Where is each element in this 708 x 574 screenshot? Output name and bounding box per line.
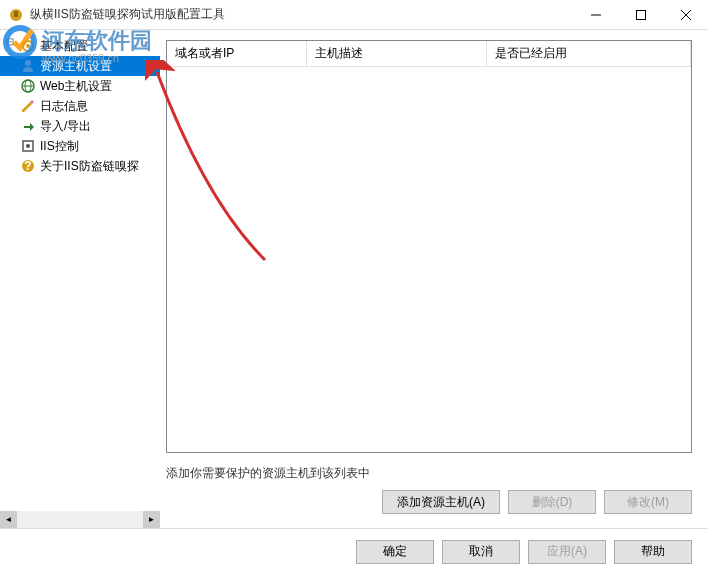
- host-table: 域名或者IP 主机描述 是否已经启用: [166, 40, 692, 453]
- help-button[interactable]: 帮助: [614, 540, 692, 564]
- sidebar-item-label: 导入/导出: [40, 118, 91, 135]
- minimize-button[interactable]: [573, 0, 618, 29]
- column-domain-ip[interactable]: 域名或者IP: [167, 41, 307, 66]
- add-host-button[interactable]: 添加资源主机(A): [382, 490, 500, 514]
- svg-point-13: [26, 144, 30, 148]
- sidebar-item-iis-control[interactable]: IIS控制: [0, 136, 160, 156]
- hint-text: 添加你需要保护的资源主机到该列表中: [166, 453, 692, 490]
- svg-point-7: [26, 44, 30, 48]
- tree-expand-icon[interactable]: ⊟: [6, 36, 14, 47]
- pencil-icon: [20, 98, 36, 114]
- sidebar-item-label: 资源主机设置: [40, 58, 112, 75]
- info-icon: ?: [20, 158, 36, 174]
- content-panel: 域名或者IP 主机描述 是否已经启用 添加你需要保护的资源主机到该列表中 添加资…: [160, 30, 708, 528]
- ok-button[interactable]: 确定: [356, 540, 434, 564]
- cancel-button[interactable]: 取消: [442, 540, 520, 564]
- window-title: 纵横IIS防盗链嗅探狗试用版配置工具: [30, 6, 573, 23]
- scroll-left-button[interactable]: ◄: [0, 511, 17, 528]
- column-host-desc[interactable]: 主机描述: [307, 41, 487, 66]
- svg-point-8: [25, 60, 31, 66]
- sidebar-item-about[interactable]: ? 关于IIS防盗链嗅探: [0, 156, 160, 176]
- sidebar-item-import-export[interactable]: 导入/导出: [0, 116, 160, 136]
- edit-button[interactable]: 修改(M): [604, 490, 692, 514]
- svg-rect-3: [636, 10, 645, 19]
- sidebar-horizontal-scrollbar[interactable]: ◄ ►: [0, 511, 160, 528]
- user-icon: [20, 58, 36, 74]
- sidebar: ⊟ 基本配置 资源主机设置 Web主机设置 日志信息 导入/导出 IIS控制 ?…: [0, 30, 160, 528]
- column-enabled[interactable]: 是否已经启用: [487, 41, 691, 66]
- sidebar-item-basic-config[interactable]: 基本配置: [0, 36, 160, 56]
- dialog-footer: 确定 取消 应用(A) 帮助: [0, 528, 708, 574]
- sidebar-item-label: Web主机设置: [40, 78, 112, 95]
- sidebar-item-label: IIS控制: [40, 138, 79, 155]
- sidebar-item-resource-host[interactable]: 资源主机设置: [0, 56, 160, 76]
- scroll-track[interactable]: [17, 511, 143, 528]
- sidebar-item-logs[interactable]: 日志信息: [0, 96, 160, 116]
- sidebar-item-label: 基本配置: [40, 38, 88, 55]
- svg-text:?: ?: [24, 159, 31, 173]
- scroll-right-button[interactable]: ►: [143, 511, 160, 528]
- sidebar-item-web-host[interactable]: Web主机设置: [0, 76, 160, 96]
- titlebar: 纵横IIS防盗链嗅探狗试用版配置工具: [0, 0, 708, 30]
- apply-button[interactable]: 应用(A): [528, 540, 606, 564]
- gear-icon: [20, 38, 36, 54]
- maximize-button[interactable]: [618, 0, 663, 29]
- control-icon: [20, 138, 36, 154]
- delete-button[interactable]: 删除(D): [508, 490, 596, 514]
- svg-rect-1: [14, 11, 18, 17]
- table-header: 域名或者IP 主机描述 是否已经启用: [167, 41, 691, 67]
- globe-icon: [20, 78, 36, 94]
- arrow-icon: [20, 118, 36, 134]
- app-icon: [8, 7, 24, 23]
- close-button[interactable]: [663, 0, 708, 29]
- sidebar-item-label: 日志信息: [40, 98, 88, 115]
- sidebar-item-label: 关于IIS防盗链嗅探: [40, 158, 139, 175]
- table-body[interactable]: [167, 67, 691, 437]
